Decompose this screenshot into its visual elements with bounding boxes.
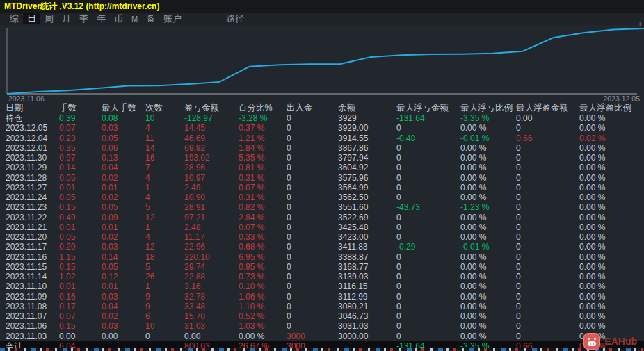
balance-line xyxy=(7,28,644,94)
row-cell: 3867.86 xyxy=(338,143,396,153)
table-row[interactable]: 2023.11.210.010.0112.480.07 %03425.4800.… xyxy=(0,222,644,232)
table-row[interactable]: 2023.11.070.070.02615.700.52 %03046.7300… xyxy=(0,311,644,321)
row-cell: 0.05 xyxy=(102,262,145,272)
row-cell: 0.13 xyxy=(102,153,145,163)
row-cell: 0 xyxy=(516,242,579,252)
window-title: MTDriver统计 ,V3.12 (http://mtdriver.cn) xyxy=(4,1,159,11)
row-cell: 0 xyxy=(287,202,338,212)
row-cell: 1.10 % xyxy=(239,302,287,311)
table-row[interactable]: 2023.11.060.150.031031.031.03 %03031.030… xyxy=(0,321,644,331)
table-row[interactable]: 2023.12.050.070.03414.450.37 %03929.0000… xyxy=(0,123,644,133)
row-cell: 0 xyxy=(287,252,338,262)
row-cell: 0.00 % xyxy=(579,113,644,123)
row-cell: 0 xyxy=(396,123,460,133)
row-cell: 0 xyxy=(396,183,460,193)
table-row[interactable]: 2023.11.200.050.02411.170.33 %03423.0000… xyxy=(0,232,644,242)
table-row[interactable]: 2023.11.150.150.05529.740.95 %03168.7700… xyxy=(0,262,644,272)
eahub-watermark[interactable]: EAHub xyxy=(583,333,637,350)
row-cell: 2.49 xyxy=(184,183,239,193)
row-cell: 193.02 xyxy=(184,153,239,163)
menu-item-4[interactable]: 季 xyxy=(75,13,92,24)
table-row[interactable]: 2023.12.040.230.051146.691.21 %03914.55-… xyxy=(0,133,644,143)
table-row[interactable]: 2023.11.220.490.091297.212.84 %03522.690… xyxy=(0,213,644,222)
menu-item-10[interactable]: 路径 xyxy=(222,13,248,24)
row-cell: 0.14 xyxy=(102,252,145,262)
row-cell: 0.02 % xyxy=(579,133,644,143)
table-row[interactable]: 2023.11.230.150.05528.910.82 %03551.60-4… xyxy=(0,202,644,212)
row-cell: 2.48 xyxy=(184,222,239,232)
row-cell: 1.02 xyxy=(59,272,102,281)
column-header-11: 最大浮盈比例 xyxy=(579,103,644,113)
row-cell: 0.00 xyxy=(184,332,239,341)
row-cell: 0 xyxy=(287,292,338,302)
table-header-row: 日期手数最大手数次数盈亏金额百分比%出入金余额最大浮亏金额最大浮亏比例最大浮盈金… xyxy=(0,103,644,113)
row-cell: 12 xyxy=(145,213,184,222)
table-row[interactable]: 2023.11.170.200.031222.960.68 %03411.83-… xyxy=(0,242,644,252)
row-cell: -128.97 xyxy=(184,113,239,123)
row-cell: 0 xyxy=(516,321,579,331)
table-row[interactable]: 2023.11.030.000.0000.000.00 %30003000.00… xyxy=(0,332,644,341)
row-cell: 0.81 % xyxy=(239,163,287,172)
table-row[interactable]: 2023.12.010.350.061469.921.84 %03867.860… xyxy=(0,143,644,153)
table-row[interactable]: 2023.11.240.050.02410.900.31 %03562.5000… xyxy=(0,193,644,202)
row-cell: 46.69 xyxy=(184,133,239,143)
menu-item-8[interactable]: 备 xyxy=(142,13,159,24)
row-cell: 1.03 % xyxy=(239,321,287,331)
column-header-6: 出入金 xyxy=(287,103,338,113)
row-cell: 0 xyxy=(396,281,460,291)
row-cell: 3116.15 xyxy=(338,281,396,291)
menu-item-7[interactable]: M xyxy=(127,13,142,24)
row-cell: 0.31 % xyxy=(239,193,287,202)
row-cell: 69.92 xyxy=(184,143,239,153)
row-cell: 0.00 % xyxy=(579,302,644,311)
row-cell: -131.64 xyxy=(396,113,460,123)
column-header-0: 日期 xyxy=(6,103,59,113)
row-cell: 3411.83 xyxy=(338,242,396,252)
row-cell: 4 xyxy=(145,173,184,183)
table-row[interactable]: 2023.11.280.050.02410.970.31 %03575.9600… xyxy=(0,173,644,183)
menu-item-5[interactable]: 年 xyxy=(92,13,110,24)
row-cell: -0.48 xyxy=(396,133,460,143)
row-cell: 3046.73 xyxy=(338,311,396,321)
menu-item-1[interactable]: 日 xyxy=(23,13,40,24)
table-row[interactable]: 持仓0.390.0810-128.97-3.28 %03929-131.64-3… xyxy=(0,113,644,123)
row-cell: 0 xyxy=(287,113,338,123)
row-cell: 0.15 xyxy=(59,202,102,212)
table-row[interactable]: 2023.11.300.970.1316193.025.35 %03797.94… xyxy=(0,153,644,163)
row-cell: 3551.60 xyxy=(338,202,396,212)
table-row[interactable]: 2023.11.100.010.0113.160.10 %03116.1500.… xyxy=(0,281,644,291)
row-cell: 0.17 xyxy=(59,302,102,311)
table-row[interactable]: 2023.11.141.020.122622.880.73 %03139.030… xyxy=(0,272,644,281)
row-cell: 3168.77 xyxy=(338,262,396,272)
row-cell: 1 xyxy=(145,222,184,232)
menu-item-9[interactable]: 账户 xyxy=(159,13,186,24)
row-cell: 3425.48 xyxy=(338,222,396,232)
row-cell: 11 xyxy=(145,133,184,143)
table-row[interactable]: 2023.11.290.140.04728.960.81 %03604.9200… xyxy=(0,163,644,172)
row-cell: 0.07 % xyxy=(239,222,287,232)
menu-item-3[interactable]: 月 xyxy=(58,13,75,24)
table-row[interactable]: 2023.11.270.010.0112.490.07 %03564.9900.… xyxy=(0,183,644,193)
row-cell: 5 xyxy=(145,262,184,272)
row-cell: 0 xyxy=(516,292,579,302)
row-cell: 0.07 % xyxy=(239,183,287,193)
row-cell: 3522.69 xyxy=(338,213,396,222)
menu-item-0[interactable]: 综 xyxy=(6,13,23,24)
table-row[interactable]: 2023.11.080.170.04933.481.10 %03080.2100… xyxy=(0,302,644,311)
row-cell: 0 xyxy=(396,321,460,331)
row-cell: 28.96 xyxy=(184,163,239,172)
row-cell: 0.05 xyxy=(59,193,102,202)
row-cell: 0 xyxy=(396,143,460,153)
row-cell: 0 xyxy=(396,213,460,222)
menu-item-2[interactable]: 周 xyxy=(40,13,58,24)
row-date-label: 2023.12.05 xyxy=(6,123,59,133)
row-cell: 0.00 % xyxy=(239,332,287,341)
table-row[interactable]: 2023.11.161.150.1418220.106.95 %03388.87… xyxy=(0,252,644,262)
menu-item-6[interactable]: 币 xyxy=(110,13,127,24)
row-cell: 7 xyxy=(145,163,184,172)
row-cell: 0 xyxy=(396,252,460,262)
row-cell: 0 xyxy=(396,222,460,232)
table-row[interactable]: 2023.11.090.160.03932.781.06 %03112.9900… xyxy=(0,292,644,302)
row-cell: 29.74 xyxy=(184,262,239,272)
row-cell: 0 xyxy=(516,311,579,321)
